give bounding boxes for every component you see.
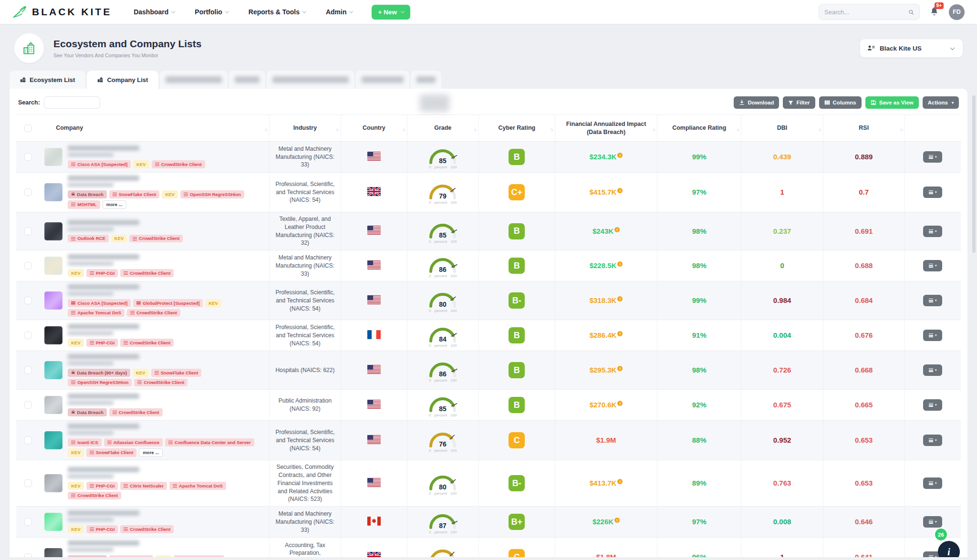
column-industry[interactable]: Industry↑↓	[270, 115, 341, 142]
tag-vuln: CrowdStrike Client	[120, 339, 174, 347]
grade-cell: 86 0percent100	[407, 250, 478, 281]
table-search-input[interactable]	[44, 96, 100, 109]
column-compliance-rating[interactable]: Compliance Rating↑↓	[657, 115, 741, 142]
save-as-view-button[interactable]: Save as View	[865, 96, 919, 109]
avatar[interactable]: FD	[949, 4, 965, 20]
company-table-body: Cisco ASA [Suspected]KEVCrowdStrike Clie…	[16, 142, 961, 558]
info-icon[interactable]: i	[617, 401, 623, 406]
row-actions-button[interactable]: ▾	[923, 151, 942, 163]
info-icon[interactable]: i	[617, 366, 623, 371]
row-checkbox[interactable]	[24, 153, 32, 161]
row-checkbox[interactable]	[24, 188, 32, 196]
sort-icon[interactable]: ↑↓	[264, 126, 267, 133]
column-country[interactable]: Country↑↓	[341, 115, 407, 142]
row-checkbox[interactable]	[24, 228, 32, 235]
row-actions-button[interactable]: ▾	[923, 226, 942, 237]
menu-admin[interactable]: Admin	[326, 8, 353, 16]
new-button[interactable]: + New	[372, 5, 410, 20]
column-company[interactable]: Company↑↓	[40, 115, 269, 142]
row-checkbox[interactable]	[24, 401, 32, 409]
menu-dashboard[interactable]: Dashboard	[134, 8, 175, 16]
financial-impact-value: $1.8M	[596, 553, 616, 557]
download-button[interactable]: Download	[734, 96, 779, 109]
row-actions-button[interactable]: ▾	[923, 330, 942, 341]
tab-redacted[interactable]	[267, 71, 354, 89]
column-financial-impact[interactable]: Financial Annualized Impact (Data Breach…	[555, 115, 657, 142]
compliance-cell: 99%	[657, 142, 741, 173]
info-icon[interactable]: i	[614, 518, 620, 523]
tab-redacted[interactable]	[356, 71, 409, 89]
country-cell	[341, 460, 407, 507]
menu-reports-tools[interactable]: Reports & Tools	[249, 8, 306, 16]
tab-redacted[interactable]	[160, 71, 228, 89]
row-actions-button[interactable]: ▾	[923, 477, 942, 489]
gauge-caption-text: 100	[450, 448, 457, 453]
tab-company-list[interactable]: Company List	[87, 71, 158, 89]
chat-launcher[interactable]: 26 i	[938, 541, 960, 557]
tab-redacted[interactable]	[229, 71, 265, 89]
info-icon[interactable]: i	[617, 479, 623, 484]
scrollbar-thumb[interactable]	[972, 95, 976, 253]
select-all-checkbox[interactable]	[24, 124, 32, 132]
row-actions-button[interactable]: ▾	[923, 516, 942, 528]
row-actions-button[interactable]: ▾	[923, 295, 942, 306]
info-icon[interactable]: i	[617, 188, 623, 193]
row-checkbox[interactable]	[24, 366, 32, 374]
row-actions-cell: ▾	[904, 320, 961, 351]
row-checkbox[interactable]	[24, 518, 32, 526]
cyber-rating-cell: B-	[478, 281, 555, 320]
column-dbi[interactable]: DBI↑↓	[741, 115, 823, 142]
sort-icon[interactable]: ↑↓	[550, 126, 553, 133]
sort-icon[interactable]: ↑↓	[402, 126, 405, 133]
info-icon[interactable]: i	[614, 227, 620, 232]
chevron-down-icon	[401, 9, 405, 13]
row-checkbox[interactable]	[24, 262, 32, 270]
row-checkbox[interactable]	[24, 332, 32, 339]
svg-text:79: 79	[439, 192, 447, 200]
global-search[interactable]	[819, 4, 920, 20]
info-icon[interactable]: i	[617, 153, 623, 158]
info-icon[interactable]: i	[617, 296, 623, 301]
column-grade[interactable]: Grade↑↓	[407, 115, 478, 142]
chat-icon[interactable]: i	[938, 541, 960, 557]
sort-icon[interactable]: ↑↓	[336, 126, 339, 133]
vulnerability-icon	[124, 271, 128, 275]
info-icon[interactable]: i	[617, 331, 623, 336]
row-checkbox[interactable]	[24, 479, 32, 487]
tag-vuln: OpenSSH RegreSSHion	[68, 379, 132, 387]
row-actions-button[interactable]: ▾	[923, 187, 942, 198]
global-search-input[interactable]	[824, 9, 908, 16]
row-actions-button[interactable]: ▾	[923, 260, 942, 271]
tab-redacted[interactable]	[411, 71, 441, 89]
tag-label: CrowdStrike Client	[144, 380, 184, 385]
column-rsi[interactable]: RSI↑↓	[823, 115, 904, 142]
cyber-rating-badge: B	[509, 397, 525, 413]
notifications-button[interactable]: 9+	[929, 6, 939, 18]
sort-icon[interactable]: ↑↓	[736, 126, 739, 133]
row-checkbox[interactable]	[24, 297, 32, 304]
actions-button[interactable]: Actions▾	[923, 96, 959, 109]
row-actions-button[interactable]: ▾	[923, 435, 942, 446]
table-row: KEVPHP-CGICrowdStrike ClientMetal and Ma…	[16, 507, 961, 538]
tab-ecosystem-list[interactable]: Ecosystem List	[10, 71, 85, 89]
row-actions-button[interactable]: ▾	[923, 364, 942, 376]
list-icon	[929, 299, 933, 302]
tag-more[interactable]: more ...	[103, 200, 126, 209]
menu-portfolio[interactable]: Portfolio	[195, 8, 229, 16]
sort-icon[interactable]: ↑↓	[474, 126, 477, 133]
row-checkbox[interactable]	[24, 553, 32, 557]
sort-icon[interactable]: ↑↓	[818, 126, 821, 133]
brand-logo[interactable]: BLACK KITE	[12, 5, 112, 19]
sort-icon[interactable]: ↑↓	[900, 126, 903, 133]
column-cyber-rating[interactable]: Cyber Rating↑↓	[478, 115, 555, 142]
filter-button[interactable]: Filter	[783, 96, 815, 109]
columns-button[interactable]: Columns	[819, 96, 862, 109]
sort-icon[interactable]: ↑↓	[652, 126, 655, 133]
tag-more[interactable]: more ...	[139, 448, 163, 457]
company-list-panel: Search: Download Filter Columns Save as …	[10, 89, 967, 557]
company-logo-blur	[44, 326, 62, 344]
row-checkbox[interactable]	[24, 436, 32, 444]
row-actions-button[interactable]: ▾	[923, 399, 942, 411]
info-icon[interactable]: i	[617, 261, 623, 267]
scope-selector[interactable]: Black Kite US	[860, 39, 963, 57]
